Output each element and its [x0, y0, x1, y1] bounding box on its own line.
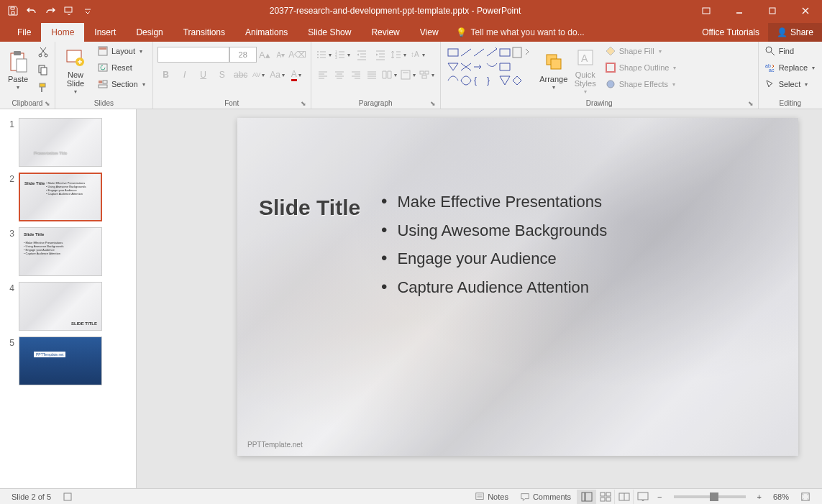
slide-thumbnail-3[interactable]: 3 Slide Title • Make Effective Presentat…: [0, 224, 136, 279]
quick-styles-button[interactable]: A Quick Styles▾: [570, 43, 600, 98]
shape-outline-button[interactable]: Shape Outline▾: [602, 60, 681, 75]
comments-button[interactable]: Comments: [514, 492, 577, 502]
svg-text:A: A: [581, 52, 588, 64]
slide-thumbnail-5[interactable]: 5 PPTTemplate.net: [0, 334, 136, 388]
shape-fill-button[interactable]: Shape Fill▾: [602, 43, 681, 59]
align-text-icon[interactable]: ▾: [400, 66, 417, 83]
change-case-icon[interactable]: Aa▾: [270, 66, 287, 83]
layout-button[interactable]: Layout▾: [94, 43, 150, 59]
svg-rect-4: [14, 51, 21, 55]
text-direction-icon[interactable]: ↕A▾: [409, 46, 426, 63]
slide-thumbnail-4[interactable]: 4 SLIDE TITLE: [0, 279, 136, 334]
justify-icon[interactable]: [365, 66, 380, 83]
columns-icon[interactable]: ▾: [381, 66, 398, 83]
section-button[interactable]: Section▾: [94, 76, 150, 92]
reset-button[interactable]: Reset: [94, 60, 150, 75]
tell-me[interactable]: 💡Tell me what you want to do...: [449, 23, 592, 42]
slide-canvas-area[interactable]: Slide Title Make Effective Presentations…: [137, 109, 822, 488]
format-painter-icon[interactable]: [35, 79, 52, 96]
numbering-icon[interactable]: 123▾: [334, 46, 352, 63]
tab-review[interactable]: Review: [361, 23, 409, 42]
svg-rect-28: [425, 71, 429, 74]
dialog-launcher-icon[interactable]: ⬊: [45, 100, 50, 107]
redo-icon[interactable]: [42, 2, 59, 19]
tab-view[interactable]: View: [410, 23, 449, 42]
shape-effects-button[interactable]: Shape Effects▾: [602, 76, 681, 92]
tab-design[interactable]: Design: [126, 23, 173, 42]
dialog-launcher-icon[interactable]: ⬊: [748, 100, 754, 107]
decrease-indent-icon[interactable]: [353, 46, 370, 63]
find-button[interactable]: Find: [762, 43, 819, 59]
ribbon-display-icon[interactable]: [690, 0, 723, 22]
font-color-icon[interactable]: A▾: [288, 66, 306, 83]
bold-icon[interactable]: B: [157, 66, 175, 83]
arrange-button[interactable]: Arrange▾: [539, 43, 569, 98]
tab-file[interactable]: File: [7, 23, 41, 42]
close-icon[interactable]: [789, 0, 822, 22]
svg-rect-29: [422, 75, 426, 78]
font-size-input[interactable]: [229, 47, 257, 63]
reading-view-icon[interactable]: [614, 490, 633, 504]
grow-font-icon[interactable]: A▴: [257, 46, 273, 63]
shrink-font-icon[interactable]: A▾: [273, 46, 289, 63]
slide-sorter-view-icon[interactable]: [595, 490, 614, 504]
spell-check-icon[interactable]: [57, 491, 80, 503]
line-spacing-icon[interactable]: ▾: [391, 46, 408, 63]
tab-transitions[interactable]: Transitions: [173, 23, 235, 42]
zoom-in-icon[interactable]: +: [752, 492, 767, 501]
tab-animations[interactable]: Animations: [235, 23, 298, 42]
notes-button[interactable]: Notes: [469, 492, 514, 502]
slide-counter[interactable]: Slide 2 of 5: [6, 492, 57, 501]
save-icon[interactable]: [4, 2, 22, 19]
dialog-launcher-icon[interactable]: ⬊: [301, 100, 306, 107]
zoom-slider[interactable]: [674, 495, 746, 498]
bullets-icon[interactable]: ▾: [316, 46, 333, 63]
window-controls: [690, 0, 822, 22]
align-center-icon[interactable]: [332, 66, 347, 83]
svg-rect-31: [500, 49, 510, 56]
undo-icon[interactable]: [23, 2, 40, 19]
zoom-out-icon[interactable]: −: [652, 492, 667, 501]
zoom-level[interactable]: 68%: [767, 492, 795, 501]
share-button[interactable]: 👤Share: [768, 23, 822, 42]
select-button[interactable]: Select▾: [762, 76, 819, 92]
clipboard-icon: [6, 50, 29, 73]
minimize-icon[interactable]: [723, 0, 756, 22]
align-left-icon[interactable]: [316, 66, 331, 83]
smartart-icon[interactable]: ▾: [419, 66, 436, 83]
office-tutorials[interactable]: Office Tutorials: [693, 23, 768, 42]
tab-slide-show[interactable]: Slide Show: [298, 23, 361, 42]
tab-home[interactable]: Home: [41, 23, 84, 42]
increase-indent-icon[interactable]: [372, 46, 389, 63]
shapes-gallery[interactable]: {}: [444, 43, 537, 98]
svg-rect-16: [99, 81, 102, 83]
maximize-icon[interactable]: [756, 0, 789, 22]
dialog-launcher-icon[interactable]: ⬊: [430, 100, 436, 107]
slide-thumbnails-panel: 1 Presentation Title 2 Slide Title • Mak…: [0, 109, 137, 488]
clear-formatting-icon[interactable]: A⌫: [289, 46, 306, 63]
align-right-icon[interactable]: [348, 66, 363, 83]
paste-button[interactable]: Paste▾: [3, 43, 33, 98]
copy-icon[interactable]: [35, 61, 52, 78]
slide-thumbnail-2[interactable]: 2 Slide Title • Make Effective Presentat…: [0, 170, 136, 224]
replace-button[interactable]: abacReplace▾: [762, 60, 819, 75]
italic-icon[interactable]: I: [176, 66, 193, 83]
group-label-font: Font⬊: [156, 98, 308, 109]
char-spacing-icon[interactable]: AV▾: [251, 66, 268, 83]
qat-customize-icon[interactable]: [79, 2, 96, 19]
start-from-beginning-icon[interactable]: [60, 2, 78, 19]
fit-to-window-icon[interactable]: [795, 492, 816, 502]
normal-view-icon[interactable]: [577, 490, 595, 504]
new-slide-button[interactable]: New Slide▾: [58, 43, 93, 98]
slide-thumbnail-1[interactable]: 1 Presentation Title: [0, 115, 136, 170]
tab-insert[interactable]: Insert: [84, 23, 126, 42]
slide-title-text[interactable]: Slide Title: [259, 196, 360, 220]
slide-canvas[interactable]: Slide Title Make Effective Presentations…: [237, 118, 798, 456]
slideshow-view-icon[interactable]: [633, 490, 652, 504]
cut-icon[interactable]: [35, 43, 52, 60]
strikethrough-icon[interactable]: abc: [232, 66, 250, 83]
shadow-icon[interactable]: S: [214, 66, 231, 83]
slide-bullets[interactable]: Make Effective Presentations Using Aweso…: [381, 187, 607, 301]
underline-icon[interactable]: U: [195, 66, 212, 83]
font-family-input[interactable]: [157, 47, 229, 63]
